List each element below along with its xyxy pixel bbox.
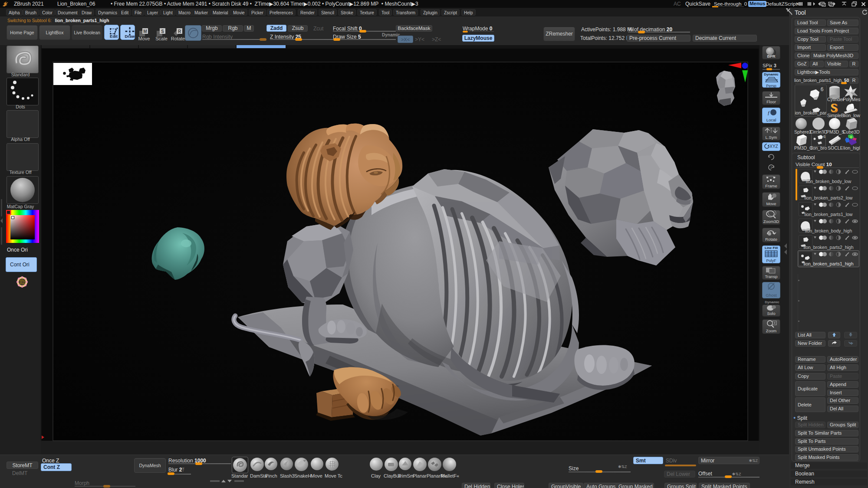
svg-text:R: R: [178, 29, 181, 34]
svg-text:Draw: Draw: [125, 34, 135, 39]
svg-text:ƒ: ƒ: [767, 109, 770, 116]
svg-text:6: 6: [821, 86, 824, 92]
svg-text:BPR: BPR: [767, 54, 776, 59]
svg-text:S: S: [830, 101, 837, 114]
svg-text:M: M: [143, 29, 147, 34]
svg-text:lion_broken_part: lion_broken_part: [795, 110, 826, 115]
svg-text:6: 6: [823, 134, 825, 139]
svg-text:S: S: [161, 29, 164, 34]
svg-text:2: 2: [770, 166, 773, 170]
svg-text:Edit: Edit: [110, 34, 118, 39]
